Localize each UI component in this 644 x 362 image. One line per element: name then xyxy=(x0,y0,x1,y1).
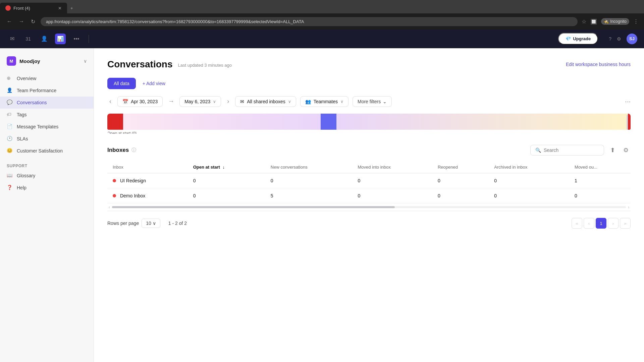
scrollbar-track[interactable] xyxy=(112,206,626,208)
calendar-icon: 📅 xyxy=(122,99,128,104)
col-header-archived-in-inbox[interactable]: Archived in inbox xyxy=(489,161,569,173)
tag-icon: 🏷 xyxy=(7,112,13,118)
col-header-moved-into-inbox[interactable]: Moved into inbox xyxy=(352,161,432,173)
sort-icon: ↓ xyxy=(222,165,225,170)
toolbar-separator xyxy=(89,35,89,43)
settings-icon[interactable]: ⚙ xyxy=(617,36,621,42)
tab-all-data[interactable]: All data xyxy=(107,78,136,89)
chart-segment-purple xyxy=(321,114,336,130)
sidebar-item-help[interactable]: ❓ Help xyxy=(0,182,94,194)
page-1-button[interactable]: 1 xyxy=(596,218,606,229)
col-header-open-at-start[interactable]: Open at start ↓ xyxy=(188,161,265,173)
date-prev-button[interactable]: ‹ xyxy=(107,96,113,107)
doc-icon: 📄 xyxy=(7,124,13,130)
inbox-name: UI Redesign xyxy=(107,173,188,188)
scroll-right-button[interactable]: › xyxy=(627,205,631,209)
inboxes-search[interactable]: 🔍 xyxy=(530,145,604,156)
col-header-reopened[interactable]: Reopened xyxy=(432,161,489,173)
cell-archived-in-inbox: 0 xyxy=(489,173,569,188)
sidebar-item-label: Team Performance xyxy=(17,88,56,93)
chart-area: Open at start (0) xyxy=(107,114,631,134)
compose-icon[interactable]: ✉ xyxy=(7,34,17,44)
upgrade-button[interactable]: 💎 Upgrade xyxy=(558,33,598,45)
search-icon: 🔍 xyxy=(535,147,541,153)
contacts-icon[interactable]: 👤 xyxy=(39,34,50,44)
date-to-filter[interactable]: May 6, 2023 ∨ xyxy=(179,96,221,107)
tab-title: Front (4) xyxy=(13,6,30,11)
sidebar-nav: ⊕ Overview 👤 Team Performance 💬 Conversa… xyxy=(0,71,94,158)
globe-icon: ⊕ xyxy=(7,75,13,81)
book-icon: 📖 xyxy=(7,173,13,179)
sidebar-item-label: Glossary xyxy=(17,173,35,178)
rows-select-chevron-icon: ∨ xyxy=(153,221,156,226)
sidebar-item-label: Message Templates xyxy=(17,124,58,129)
more-filters-button[interactable]: More filters ⌄ xyxy=(353,96,392,107)
sidebar-item-customer-satisfaction[interactable]: 😊 Customer Satisfaction xyxy=(0,145,94,157)
back-button[interactable]: ← xyxy=(5,17,13,26)
edit-hours-link[interactable]: Edit workspace business hours xyxy=(566,62,631,67)
org-switcher[interactable]: M Moodjoy ∨ xyxy=(0,54,94,71)
sidebar-item-glossary[interactable]: 📖 Glossary xyxy=(0,170,94,182)
chart-segment-red2 xyxy=(628,114,631,130)
export-icon[interactable]: ⬆ xyxy=(608,144,617,156)
sidebar-item-message-templates[interactable]: 📄 Message Templates xyxy=(0,121,94,133)
search-input[interactable] xyxy=(544,147,599,153)
last-updated-text: Last updated 3 minutes ago xyxy=(178,63,232,68)
date-next-button[interactable]: › xyxy=(225,96,231,107)
scrollbar-thumb[interactable] xyxy=(112,206,395,208)
url-input[interactable] xyxy=(41,17,578,26)
date-from-label: Apr 30, 2023 xyxy=(131,99,158,104)
first-page-button[interactable]: « xyxy=(572,218,582,229)
sidebar-item-overview[interactable]: ⊕ Overview xyxy=(0,72,94,84)
pagination-controls: « ‹ 1 › » xyxy=(572,218,631,229)
page-title: Conversations xyxy=(107,59,173,70)
smile-icon: 😊 xyxy=(7,148,13,154)
more-options-button[interactable]: ··· xyxy=(625,98,631,105)
chat-icon: 💬 xyxy=(7,100,13,106)
inbox-dot-icon xyxy=(113,179,116,182)
analytics-icon[interactable]: 📊 xyxy=(55,34,66,44)
calendar-icon[interactable]: 31 xyxy=(23,34,34,44)
last-page-button[interactable]: » xyxy=(620,218,631,229)
toolbar-right-actions: ? ⚙ SJ xyxy=(609,34,637,44)
info-icon[interactable]: ⓘ xyxy=(131,147,136,153)
scroll-left-button[interactable]: ‹ xyxy=(107,205,111,209)
rows-per-page-select[interactable]: 10 ∨ xyxy=(142,219,160,228)
next-page-button[interactable]: › xyxy=(608,218,619,229)
col-header-moved-out[interactable]: Moved ou... xyxy=(569,161,631,173)
browser-actions: ☆ 🔲 🕵 Incognito ⋮ xyxy=(582,18,639,25)
star-icon[interactable]: ☆ xyxy=(582,18,586,25)
sidebar-item-conversations[interactable]: 💬 Conversations xyxy=(0,97,94,109)
forward-button[interactable]: → xyxy=(17,17,25,26)
sidebar-item-label: Overview xyxy=(17,76,36,81)
teammates-filter-label: Teammates xyxy=(314,99,338,104)
sidebar-item-label: Tags xyxy=(17,112,27,117)
inboxes-actions: 🔍 ⬆ ⚙ xyxy=(530,144,631,156)
tab-close-button[interactable]: ✕ xyxy=(58,6,62,11)
teammates-filter[interactable]: 👥 Teammates ∨ xyxy=(300,96,348,107)
support-section-label: Support xyxy=(0,158,94,170)
menu-icon[interactable]: ⋮ xyxy=(633,18,639,25)
browser-tab[interactable]: Front (4) ✕ xyxy=(0,3,67,13)
date-to-chevron-icon: ∨ xyxy=(213,99,216,104)
sidebar-item-tags[interactable]: 🏷 Tags xyxy=(0,109,94,121)
settings-table-icon[interactable]: ⚙ xyxy=(621,144,631,156)
inbox-filter[interactable]: ✉ All shared inboxes ∨ xyxy=(235,96,296,107)
inbox-filter-chevron-icon: ∨ xyxy=(288,99,291,104)
rows-per-page: Rows per page 10 ∨ xyxy=(107,219,160,228)
avatar[interactable]: SJ xyxy=(627,34,637,44)
add-view-button[interactable]: + Add view xyxy=(139,78,169,89)
inboxes-table: Inbox Open at start ↓ New conversations … xyxy=(107,161,631,203)
new-tab-button[interactable]: + xyxy=(67,3,134,13)
help-icon[interactable]: ? xyxy=(609,36,611,42)
date-from-filter[interactable]: 📅 Apr 30, 2023 xyxy=(117,96,163,107)
refresh-button[interactable]: ↻ xyxy=(30,17,37,26)
more-apps-icon[interactable]: ••• xyxy=(71,34,82,44)
sidebar-item-team-performance[interactable]: 👤 Team Performance xyxy=(0,84,94,97)
sidebar-item-slas[interactable]: 🕐 SLAs xyxy=(0,133,94,145)
col-header-inbox[interactable]: Inbox xyxy=(107,161,188,173)
chart-scrollbar[interactable] xyxy=(627,115,628,130)
prev-page-button[interactable]: ‹ xyxy=(584,218,594,229)
col-header-new-conversations[interactable]: New conversations xyxy=(265,161,353,173)
table-scrollbar-row: ‹ › xyxy=(107,203,631,211)
